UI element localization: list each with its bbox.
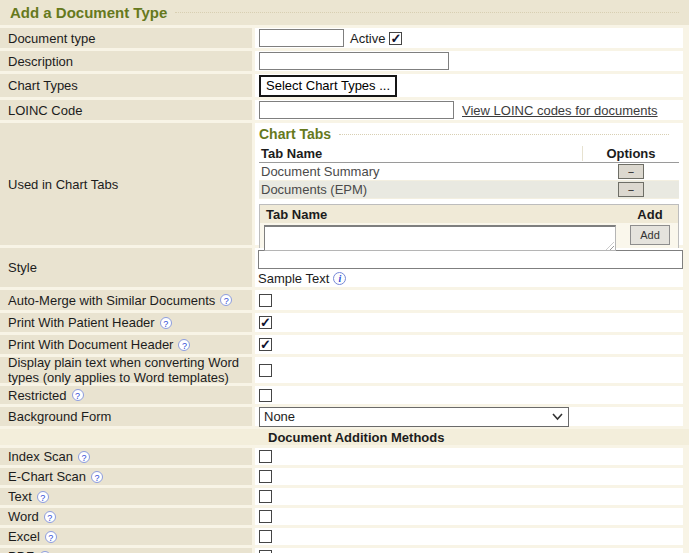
index-scan-cell: [255, 448, 683, 465]
active-label: Active: [350, 31, 385, 46]
text-checkbox[interactable]: [259, 490, 272, 503]
title-rule: [175, 12, 679, 13]
index-scan-label: Index Scan ?: [0, 448, 252, 465]
display-plain-text-cell: [255, 357, 683, 383]
document-addition-methods-header: Document Addition Methods: [0, 429, 689, 445]
chart-types-cell: Select Chart Types ...: [255, 74, 683, 97]
pdf-label: PDF ?: [0, 548, 252, 553]
help-icon[interactable]: ?: [178, 339, 190, 351]
auto-merge-label-text: Auto-Merge with Similar Documents: [8, 293, 215, 308]
sample-text-line: Sample Text i: [258, 271, 683, 286]
help-icon[interactable]: ?: [45, 531, 57, 543]
excel-label: Excel ?: [0, 528, 252, 545]
used-in-chart-tabs-label: Used in Chart Tabs: [0, 123, 252, 245]
table-row: Documents (EPM) −: [259, 181, 679, 199]
help-icon[interactable]: ?: [37, 491, 49, 503]
document-type-cell: Active ✓: [255, 28, 683, 48]
echart-scan-checkbox[interactable]: [259, 470, 272, 483]
display-plain-text-label: Display plain text when converting Word …: [0, 357, 252, 383]
help-icon[interactable]: ?: [78, 451, 90, 463]
display-plain-text-checkbox[interactable]: [259, 364, 272, 377]
add-tab-name-header: Tab Name: [264, 207, 626, 222]
remove-tab-button[interactable]: −: [618, 164, 644, 179]
description-label-text: Description: [8, 54, 73, 69]
select-chart-types-button[interactable]: Select Chart Types ...: [259, 75, 397, 97]
print-document-header-cell: ✓: [255, 335, 683, 354]
remove-tab-button[interactable]: −: [618, 182, 644, 197]
print-patient-header-label-text: Print With Patient Header: [8, 315, 155, 330]
text-cell: [255, 488, 683, 505]
loinc-label-text: LOINC Code: [8, 103, 82, 118]
description-label: Description: [0, 51, 252, 71]
document-type-label-text: Document type: [8, 31, 95, 46]
index-scan-checkbox[interactable]: [259, 450, 272, 463]
background-form-select[interactable]: None: [259, 407, 569, 427]
text-label-text: Text: [8, 489, 32, 504]
row-excel: Excel ?: [0, 528, 689, 545]
row-echart-scan: E-Chart Scan ?: [0, 468, 689, 485]
echart-scan-cell: [255, 468, 683, 485]
word-cell: [255, 508, 683, 525]
auto-merge-checkbox[interactable]: [259, 294, 272, 307]
excel-checkbox[interactable]: [259, 530, 272, 543]
print-document-header-checkbox[interactable]: ✓: [259, 338, 272, 351]
restricted-cell: [255, 386, 683, 404]
word-checkbox[interactable]: [259, 510, 272, 523]
description-cell: [255, 51, 683, 71]
help-icon[interactable]: ?: [91, 471, 103, 483]
style-label: Style: [0, 248, 252, 287]
row-chart-types: Chart Types Select Chart Types ...: [0, 74, 689, 97]
loinc-input[interactable]: [259, 101, 454, 119]
print-patient-header-label: Print With Patient Header ?: [0, 313, 252, 332]
view-loinc-codes-link[interactable]: View LOINC codes for documents: [462, 103, 658, 118]
loinc-label: LOINC Code: [0, 100, 252, 120]
chart-tabs-table-header: Tab Name Options: [259, 145, 679, 163]
title-band: Add a Document Type: [0, 0, 689, 25]
options-header: Options: [583, 146, 679, 161]
document-addition-methods-title: Document Addition Methods: [268, 430, 444, 445]
restricted-checkbox[interactable]: [259, 389, 272, 402]
help-icon[interactable]: ?: [160, 317, 172, 329]
excel-cell: [255, 528, 683, 545]
tab-name-value: Documents (EPM): [259, 182, 583, 197]
row-document-type: Document type Active ✓: [0, 28, 689, 48]
new-tab-name-textarea[interactable]: [264, 225, 616, 251]
active-checkbox[interactable]: ✓: [389, 32, 402, 45]
row-loinc: LOINC Code View LOINC codes for document…: [0, 100, 689, 120]
add-header: Add: [626, 207, 674, 222]
background-form-cell: None: [255, 407, 683, 426]
row-auto-merge: Auto-Merge with Similar Documents ?: [0, 290, 689, 310]
help-icon[interactable]: ?: [44, 511, 56, 523]
chart-types-label: Chart Types: [0, 74, 252, 97]
row-word: Word ?: [0, 508, 689, 525]
auto-merge-label: Auto-Merge with Similar Documents ?: [0, 290, 252, 310]
chart-tabs-header: Chart Tabs: [259, 126, 679, 142]
print-patient-header-checkbox[interactable]: ✓: [259, 316, 272, 329]
auto-merge-cell: [255, 290, 683, 310]
tab-name-value: Document Summary: [259, 164, 583, 179]
print-patient-header-cell: ✓: [255, 313, 683, 332]
loinc-cell: View LOINC codes for documents: [255, 100, 683, 120]
row-background-form: Background Form None: [0, 407, 689, 426]
page-title: Add a Document Type: [10, 4, 167, 21]
background-form-label: Background Form: [0, 407, 252, 426]
print-document-header-label-text: Print With Document Header: [8, 337, 173, 352]
row-index-scan: Index Scan ?: [0, 448, 689, 465]
pdf-cell: [255, 548, 683, 553]
word-label: Word ?: [0, 508, 252, 525]
used-in-chart-tabs-label-text: Used in Chart Tabs: [8, 177, 118, 192]
row-print-document-header: Print With Document Header ? ✓: [0, 335, 689, 354]
info-icon[interactable]: i: [333, 272, 346, 285]
background-form-label-text: Background Form: [8, 409, 111, 424]
chart-tabs-rule: [339, 134, 669, 135]
description-input[interactable]: [259, 52, 449, 70]
help-icon[interactable]: ?: [220, 294, 232, 306]
document-type-input[interactable]: [259, 29, 344, 47]
word-label-text: Word: [8, 509, 39, 524]
row-used-in-chart-tabs: Used in Chart Tabs Chart Tabs Tab Name O…: [0, 123, 689, 245]
chart-types-label-text: Chart Types: [8, 78, 78, 93]
display-plain-text-label-text: Display plain text when converting Word …: [8, 355, 250, 385]
pdf-label-text: PDF: [8, 549, 34, 553]
help-icon[interactable]: ?: [72, 389, 84, 401]
add-tab-button[interactable]: Add: [630, 225, 670, 245]
